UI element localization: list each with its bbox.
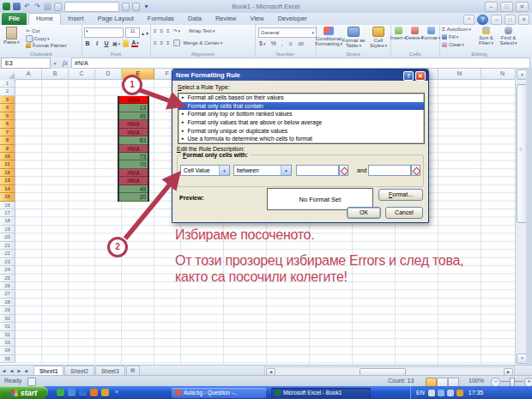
sort-filter-button[interactable]: Sort & Filter [475, 27, 497, 45]
row-header-16[interactable]: 16 [0, 202, 15, 209]
cell-e5[interactable]: 45 [119, 112, 148, 120]
row-header-8[interactable]: 8 [0, 136, 15, 144]
percent-format-icon[interactable]: % [270, 40, 275, 46]
underline-button[interactable]: U [103, 40, 110, 46]
rule-type-5[interactable]: ►Use a formula to determine which cells … [178, 135, 424, 143]
cell-e12[interactable]: #N/A [119, 169, 148, 177]
align-left-icon[interactable]: ≡ [154, 40, 157, 45]
collapse-ribbon-icon[interactable]: ^ [463, 15, 475, 25]
antivirus-icon[interactable] [456, 390, 463, 396]
row-header-6[interactable]: 6 [0, 120, 15, 128]
column-header-a[interactable]: A [15, 69, 42, 80]
selected-range-E3-E15[interactable]: #N/A1345#N/A#N/A83#N/A7370#N/A#N/A4920 [118, 96, 149, 202]
column-header-b[interactable]: B [42, 69, 69, 80]
row-header-11[interactable]: 11 [0, 160, 15, 168]
cell-e15[interactable]: 20 [119, 193, 148, 201]
tab-review[interactable]: Review [209, 13, 244, 25]
row-header-23[interactable]: 23 [0, 258, 15, 266]
clear-button[interactable]: Clear [442, 42, 464, 47]
vertical-scrollbar[interactable]: ▴ ▾ [515, 69, 527, 365]
italic-button[interactable]: I [94, 40, 100, 46]
row-header-14[interactable]: 14 [0, 185, 15, 193]
network-icon[interactable] [438, 390, 444, 396]
tab-view[interactable]: View [244, 13, 271, 25]
cell-e10[interactable]: 73 [119, 153, 148, 160]
cut-button[interactable]: ✂ Cut [26, 27, 39, 33]
format-button[interactable]: Format... [378, 189, 423, 201]
autosum-button[interactable]: Σ AutoSum [442, 27, 471, 32]
font-name-combo[interactable] [84, 27, 124, 38]
row-header-21[interactable]: 21 [0, 242, 15, 250]
rule-type-1[interactable]: ►Format only cells that contain [178, 102, 424, 111]
prev-sheet-icon[interactable]: ◀ [8, 368, 15, 373]
upper-bound-input[interactable] [368, 165, 411, 176]
folder-icon[interactable] [101, 389, 109, 396]
rule-type-2[interactable]: ►Format only top or bottom ranked values [178, 110, 424, 118]
shrink-font-icon[interactable]: ▾ [146, 30, 148, 36]
zoom-level[interactable]: 100% [469, 378, 484, 384]
increase-decimal-icon[interactable]: .0 [288, 41, 293, 46]
firefox-icon[interactable] [90, 389, 98, 396]
font-size-combo[interactable]: 11 [125, 27, 140, 38]
row-header-22[interactable]: 22 [0, 250, 15, 257]
insert-cells-button[interactable]: Insert [390, 27, 406, 40]
name-box-caret-icon[interactable]: ▾ [51, 60, 59, 66]
row-header-27[interactable]: 27 [0, 290, 15, 298]
align-bottom-icon[interactable]: ≡ [166, 28, 170, 33]
row-header-4[interactable]: 4 [0, 104, 15, 112]
column-header-d[interactable]: D [95, 69, 122, 80]
cell-e6[interactable]: #N/A [119, 120, 148, 128]
ok-button[interactable]: OK [347, 207, 381, 219]
dialog-title-bar[interactable]: New Formatting Rule ? ✕ [172, 70, 428, 81]
lower-bound-input[interactable] [296, 165, 339, 176]
row-header-15[interactable]: 15 [0, 193, 15, 201]
row-header-26[interactable]: 26 [0, 282, 15, 290]
rule-type-3[interactable]: ►Format only values that are above or be… [178, 118, 424, 127]
row-header-7[interactable]: 7 [0, 129, 15, 136]
row-header-28[interactable]: 28 [0, 299, 15, 306]
row-header-19[interactable]: 19 [0, 226, 15, 233]
cell-e4[interactable]: 13 [119, 104, 148, 112]
start-button[interactable]: start [0, 386, 48, 399]
row-header-35[interactable]: 35 [0, 355, 15, 363]
grow-font-icon[interactable]: ▴ [142, 30, 144, 36]
row-header-18[interactable]: 18 [0, 217, 15, 225]
column-header-m[interactable]: M [438, 69, 481, 80]
tab-insert[interactable]: Insert [61, 13, 91, 25]
window-close-button[interactable]: ✕ [516, 2, 529, 12]
row-header-20[interactable]: 20 [0, 233, 15, 241]
row-header-13[interactable]: 13 [0, 177, 15, 184]
decrease-decimal-icon[interactable]: .00 [297, 41, 304, 46]
cancel-button[interactable]: Cancel [385, 207, 423, 219]
dialog-close-icon[interactable]: ✕ [415, 71, 426, 81]
align-right-icon[interactable]: ≡ [166, 40, 170, 45]
merge-center-button[interactable]: Merge & Center [184, 40, 223, 45]
comma-format-icon[interactable]: , [281, 40, 283, 46]
fx-icon[interactable]: fx [59, 59, 71, 67]
font-color-icon[interactable]: A [131, 39, 138, 47]
rule-type-4[interactable]: ►Format only unique or duplicate values [178, 126, 424, 135]
number-format-combo[interactable]: General ▾ [258, 27, 317, 38]
format-as-table-button[interactable]: Format as Table [342, 27, 366, 48]
last-sheet-icon[interactable]: ▶ [23, 368, 31, 373]
row-header-31[interactable]: 31 [0, 323, 15, 330]
name-box[interactable]: E3 [1, 57, 51, 69]
taskbar-task-microsoft-excel-book1[interactable]: Microsoft Excel - Book1 [271, 388, 371, 398]
tab-page-layout[interactable]: Page Layout [91, 13, 141, 25]
row-header-30[interactable]: 30 [0, 315, 15, 323]
media-player-icon[interactable] [57, 389, 64, 396]
bold-button[interactable]: B [84, 40, 91, 46]
language-indicator[interactable]: EN [416, 390, 425, 396]
row-header-25[interactable]: 25 [0, 275, 15, 282]
row-header-12[interactable]: 12 [0, 169, 15, 177]
wrap-text-button[interactable]: Wrap Text [189, 28, 215, 33]
cell-e9[interactable]: #N/A [119, 145, 148, 153]
first-sheet-icon[interactable]: ◀ [0, 368, 8, 373]
row-header-33[interactable]: 33 [0, 339, 15, 347]
currency-format-icon[interactable]: $ [259, 40, 265, 46]
column-header-c[interactable]: C [69, 69, 95, 80]
tab-formulas[interactable]: Formulas [141, 13, 181, 25]
tray-app-icon[interactable] [428, 390, 435, 396]
messenger-icon[interactable] [68, 389, 76, 396]
align-top-icon[interactable]: ≡ [154, 28, 157, 33]
